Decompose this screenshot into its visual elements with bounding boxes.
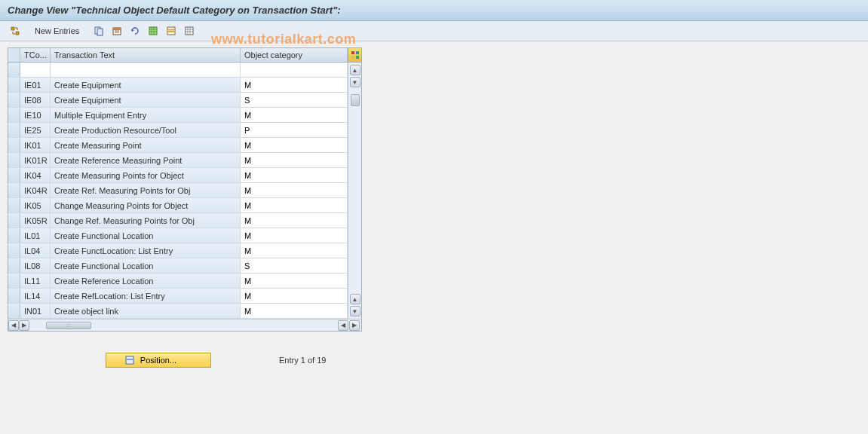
column-header-category[interactable]: Object category <box>241 48 348 62</box>
table-row[interactable]: IN01Create object linkM <box>8 304 348 319</box>
hscroll-thumb[interactable]: ::: <box>46 322 91 329</box>
row-selector[interactable] <box>8 108 20 122</box>
cell-tcode[interactable]: IL04 <box>20 243 51 258</box>
cell-text[interactable]: Create Functional Location <box>51 258 241 273</box>
undo-icon[interactable] <box>127 24 143 38</box>
cell-tcode[interactable]: IE08 <box>20 93 51 107</box>
cell-text[interactable]: Create Equipment <box>51 93 241 107</box>
scroll-right-button[interactable]: ▶ <box>349 320 360 331</box>
scroll-up-step-button[interactable]: ▲ <box>350 294 360 304</box>
table-row[interactable]: IE08Create EquipmentS <box>8 93 348 108</box>
cell-text[interactable]: Change Ref. Measuring Points for Obj <box>51 213 241 228</box>
row-selector[interactable] <box>8 289 20 303</box>
row-selector[interactable] <box>8 198 20 212</box>
table-row[interactable]: IL08Create Functional LocationS <box>8 258 348 274</box>
table-row[interactable]: IK05RChange Ref. Measuring Points for Ob… <box>8 213 348 228</box>
column-header-text[interactable]: Transaction Text <box>51 48 241 62</box>
table-row[interactable]: IE01Create EquipmentM <box>8 78 348 93</box>
table-row[interactable]: IL04Create FunctLocation: List EntryM <box>8 243 348 258</box>
cell-text[interactable]: Create Functional Location <box>51 228 241 243</box>
row-selector[interactable] <box>8 138 20 152</box>
delete-icon[interactable] <box>109 24 124 38</box>
new-entries-button[interactable]: New Entries <box>29 25 85 37</box>
cell-category[interactable]: M <box>241 198 348 212</box>
cell-category[interactable]: M <box>241 168 348 182</box>
cell-category[interactable]: M <box>241 289 348 303</box>
row-selector[interactable] <box>8 258 20 273</box>
scroll-up-button[interactable]: ▲ <box>350 65 360 75</box>
vertical-scrollbar[interactable]: ▲ ▼ ▲ ▼ <box>348 63 361 319</box>
scroll-thumb[interactable] <box>351 94 360 106</box>
toggle-display-icon[interactable] <box>8 24 23 38</box>
cell-text[interactable]: Create Measuring Points for Object <box>51 168 241 182</box>
scroll-down-step-button[interactable]: ▼ <box>350 77 360 87</box>
cell-category[interactable]: M <box>241 243 348 258</box>
row-selector[interactable] <box>8 183 20 197</box>
cell-tcode[interactable]: IL11 <box>20 274 51 288</box>
table-row[interactable]: IE10Multiple Equipment EntryM <box>8 108 348 123</box>
cell-tcode[interactable]: IK04R <box>20 183 51 197</box>
table-config-icon[interactable] <box>348 48 361 62</box>
column-header-tcode[interactable]: TCo... <box>20 48 51 62</box>
cell-text[interactable]: Create Ref. Measuring Points for Obj <box>51 183 241 197</box>
cell-text[interactable]: Create Equipment <box>51 78 241 92</box>
table-row[interactable]: IL14Create RefLocation: List EntryM <box>8 289 348 304</box>
scroll-left-button[interactable]: ◀ <box>8 320 19 331</box>
cell-tcode[interactable]: IK01R <box>20 153 51 167</box>
copy-as-icon[interactable] <box>91 24 106 38</box>
cell-category[interactable]: S <box>241 258 348 273</box>
cell-category[interactable]: M <box>241 183 348 197</box>
row-selector[interactable] <box>8 153 20 167</box>
cell-text[interactable]: Create FunctLocation: List Entry <box>51 243 241 258</box>
table-row[interactable]: IK05Change Measuring Points for ObjectM <box>8 198 348 213</box>
cell-category[interactable]: M <box>241 213 348 228</box>
cell-tcode[interactable]: IE01 <box>20 78 51 92</box>
cell-text[interactable]: Create Reference Location <box>51 274 241 288</box>
cell-category[interactable]: M <box>241 274 348 288</box>
cell-tcode[interactable]: IL14 <box>20 289 51 303</box>
table-row-empty[interactable] <box>8 63 348 78</box>
select-all-icon[interactable] <box>146 24 161 38</box>
row-selector[interactable] <box>8 168 20 182</box>
row-selector[interactable] <box>8 123 20 137</box>
cell-text[interactable]: Create object link <box>51 304 241 318</box>
cell-text[interactable]: Create Reference Measuring Point <box>51 153 241 167</box>
table-row[interactable]: IK01Create Measuring PointM <box>8 138 348 153</box>
row-selector[interactable] <box>8 93 20 107</box>
scroll-right-step-button[interactable]: ▶ <box>19 320 29 331</box>
row-selector[interactable] <box>8 213 20 228</box>
cell-tcode[interactable]: IK05 <box>20 198 51 212</box>
cell-tcode[interactable]: IL08 <box>20 258 51 273</box>
row-selector[interactable] <box>8 63 20 77</box>
cell-tcode[interactable]: IE10 <box>20 108 51 122</box>
row-selector[interactable] <box>8 304 20 318</box>
row-selector[interactable] <box>8 243 20 258</box>
row-selector[interactable] <box>8 78 20 92</box>
deselect-all-icon[interactable] <box>182 24 197 38</box>
cell-category[interactable]: P <box>241 123 348 137</box>
cell-tcode[interactable]: IL01 <box>20 228 51 243</box>
horizontal-scrollbar[interactable]: ◀ ▶ ::: ◀ ▶ <box>8 319 361 331</box>
cell-text[interactable]: Multiple Equipment Entry <box>51 108 241 122</box>
table-row[interactable]: IK04RCreate Ref. Measuring Points for Ob… <box>8 183 348 198</box>
table-row[interactable]: IL01Create Functional LocationM <box>8 228 348 243</box>
table-row[interactable]: IK01RCreate Reference Measuring PointM <box>8 153 348 168</box>
row-selector[interactable] <box>8 228 20 243</box>
cell-text[interactable]: Create Production Resource/Tool <box>51 123 241 137</box>
table-row[interactable]: IK04Create Measuring Points for ObjectM <box>8 168 348 183</box>
cell-text[interactable]: Create Measuring Point <box>51 138 241 152</box>
select-block-icon[interactable] <box>164 24 179 38</box>
cell-tcode[interactable]: IK05R <box>20 213 51 228</box>
cell-text[interactable]: Create RefLocation: List Entry <box>51 289 241 303</box>
cell-category[interactable]: M <box>241 228 348 243</box>
column-header-select[interactable] <box>8 48 20 62</box>
cell-text[interactable] <box>51 63 241 77</box>
cell-tcode[interactable] <box>20 63 51 77</box>
scroll-down-button[interactable]: ▼ <box>350 306 360 316</box>
cell-category[interactable]: S <box>241 93 348 107</box>
cell-category[interactable] <box>241 63 348 77</box>
table-row[interactable]: IL11Create Reference LocationM <box>8 274 348 289</box>
cell-category[interactable]: M <box>241 78 348 92</box>
position-button[interactable]: Position... <box>106 353 211 368</box>
cell-tcode[interactable]: IK04 <box>20 168 51 182</box>
